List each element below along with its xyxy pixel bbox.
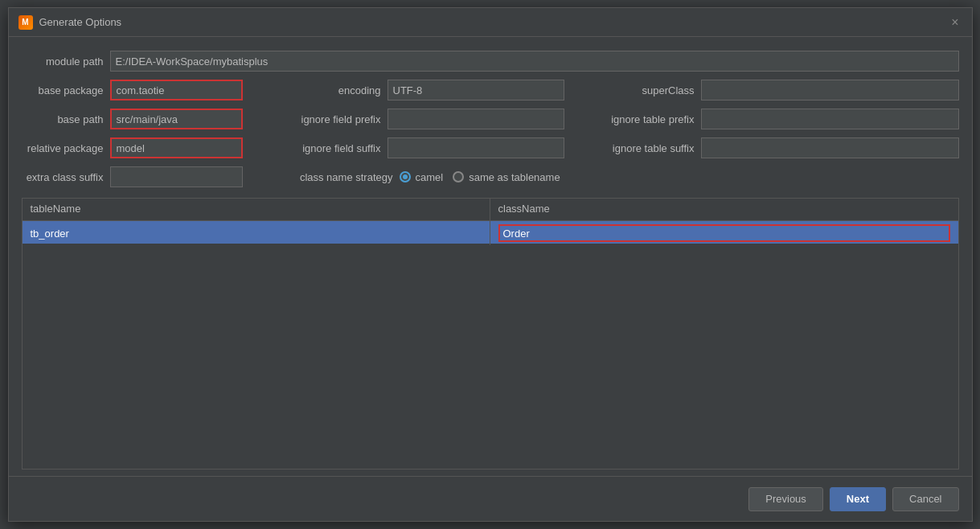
row-relative-package: relative package ignore field suffix ign… bbox=[22, 137, 959, 159]
dialog-title: Generate Options bbox=[39, 16, 122, 28]
ignore-table-suffix-label: ignore table suffix bbox=[588, 142, 701, 154]
module-path-label: module path bbox=[22, 55, 110, 68]
camel-label: camel bbox=[416, 171, 444, 183]
dialog: M Generate Options × module path base pa… bbox=[8, 7, 973, 522]
row-base-path: base path ignore field prefix ignore tab… bbox=[22, 108, 959, 130]
base-package-label: base package bbox=[22, 84, 110, 96]
ignore-table-suffix-input[interactable] bbox=[701, 137, 959, 158]
relative-package-input[interactable] bbox=[110, 137, 243, 158]
main-form: module path base package encoding superC… bbox=[22, 50, 959, 188]
table-body: tb_order bbox=[23, 221, 958, 469]
radio-same-as-tablename[interactable] bbox=[453, 171, 464, 182]
radio-camel-group: camel bbox=[400, 171, 444, 183]
classname-input[interactable] bbox=[498, 224, 950, 242]
encoding-label: encoding bbox=[267, 84, 387, 96]
class-name-strategy-label: class name strategy bbox=[267, 171, 400, 183]
ignore-field-prefix-label: ignore field prefix bbox=[267, 113, 387, 125]
encoding-input[interactable] bbox=[387, 80, 564, 100]
close-button[interactable]: × bbox=[948, 14, 962, 31]
relative-package-label: relative package bbox=[22, 142, 110, 154]
table-cell-classname[interactable] bbox=[490, 221, 958, 245]
previous-button[interactable]: Previous bbox=[748, 487, 823, 511]
base-path-input[interactable] bbox=[110, 109, 243, 129]
super-class-label: superClass bbox=[588, 84, 701, 96]
table-area: tableName className tb_order bbox=[22, 198, 959, 470]
module-path-row: module path bbox=[22, 50, 959, 72]
base-path-label: base path bbox=[22, 113, 110, 125]
app-icon: M bbox=[18, 15, 33, 30]
title-bar: M Generate Options × bbox=[9, 8, 972, 37]
module-path-input[interactable] bbox=[110, 51, 959, 72]
extra-class-suffix-input[interactable] bbox=[110, 166, 243, 187]
row-extra-class: extra class suffix class name strategy c… bbox=[22, 166, 959, 188]
ignore-table-prefix-label: ignore table prefix bbox=[588, 113, 701, 125]
super-class-input[interactable] bbox=[701, 80, 959, 100]
extra-class-suffix-label: extra class suffix bbox=[22, 171, 110, 183]
table-header-classname: className bbox=[490, 199, 958, 220]
row-base-package: base package encoding superClass bbox=[22, 79, 959, 101]
title-bar-left: M Generate Options bbox=[18, 15, 122, 30]
content-area: module path base package encoding superC… bbox=[9, 37, 972, 476]
table-cell-tablename: tb_order bbox=[23, 221, 490, 245]
table-row[interactable]: tb_order bbox=[23, 221, 958, 244]
next-button[interactable]: Next bbox=[830, 487, 886, 511]
table-header: tableName className bbox=[23, 199, 958, 221]
radio-camel[interactable] bbox=[400, 171, 411, 182]
footer: Previous Next Cancel bbox=[9, 476, 972, 521]
radio-same-as-tablename-group: same as tablename bbox=[453, 171, 560, 183]
same-as-tablename-label: same as tablename bbox=[469, 171, 560, 183]
ignore-field-suffix-label: ignore field suffix bbox=[267, 142, 387, 154]
ignore-field-suffix-input[interactable] bbox=[387, 137, 564, 158]
table-header-tablename: tableName bbox=[23, 199, 490, 220]
base-package-input[interactable] bbox=[110, 80, 243, 100]
cancel-button[interactable]: Cancel bbox=[892, 487, 958, 511]
ignore-table-prefix-input[interactable] bbox=[701, 109, 959, 129]
ignore-field-prefix-input[interactable] bbox=[387, 109, 564, 129]
